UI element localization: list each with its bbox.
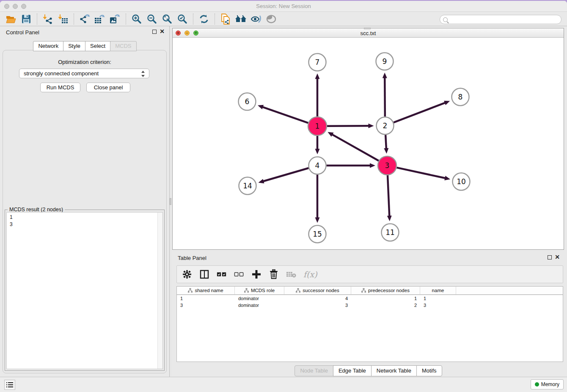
table-row[interactable]: 1 dominator 4 1 1 bbox=[177, 295, 563, 302]
cell-successor-nodes[interactable]: 4 bbox=[284, 296, 351, 301]
table-row[interactable]: 3 dominator 3 2 3 bbox=[177, 302, 563, 309]
run-mcds-button[interactable]: Run MCDS bbox=[40, 83, 80, 92]
show-graphics-details-icon[interactable] bbox=[264, 13, 278, 25]
zoom-fit-icon[interactable] bbox=[160, 13, 174, 25]
column-header-successor-nodes[interactable]: successor nodes bbox=[284, 287, 351, 294]
cell-mcds-role[interactable]: dominator bbox=[235, 296, 284, 301]
application-window: Session: New Session bbox=[0, 1, 567, 392]
cell-predecessor-nodes[interactable]: 1 bbox=[351, 296, 420, 301]
save-session-icon[interactable] bbox=[19, 13, 33, 25]
function-builder-icon[interactable]: f(x) bbox=[303, 269, 317, 279]
close-panel-button[interactable]: Close panel bbox=[86, 83, 130, 92]
close-panel-icon[interactable]: ✕ bbox=[555, 254, 560, 260]
horizontal-splitter-grip[interactable] bbox=[364, 28, 371, 29]
search-icon bbox=[443, 17, 448, 22]
graph-edge[interactable] bbox=[327, 126, 369, 126]
graph-node-label: 15 bbox=[313, 230, 322, 238]
splitter-grip[interactable] bbox=[170, 198, 171, 205]
edge-arrowhead bbox=[444, 101, 450, 105]
add-row-icon[interactable] bbox=[251, 269, 261, 279]
column-header-predecessor-nodes[interactable]: predecessor nodes bbox=[351, 287, 420, 294]
tab-network[interactable]: Network bbox=[33, 41, 63, 51]
graph-edge[interactable] bbox=[263, 168, 308, 182]
tab-motifs[interactable]: Motifs bbox=[416, 365, 442, 376]
edge-arrowhead bbox=[315, 74, 320, 79]
tab-edge-table[interactable]: Edge Table bbox=[333, 365, 372, 376]
network-canvas[interactable]: 7968124314101511 bbox=[173, 38, 564, 249]
zoom-in-icon[interactable] bbox=[130, 13, 143, 25]
cell-mcds-role[interactable]: dominator bbox=[235, 303, 284, 308]
column-header-name[interactable]: name bbox=[420, 287, 456, 294]
select-all-rows-icon[interactable] bbox=[217, 269, 227, 279]
export-table-icon[interactable] bbox=[93, 13, 107, 25]
cell-name[interactable]: 1 bbox=[420, 296, 456, 301]
edge-arrowhead bbox=[258, 179, 264, 184]
column-header-mcds-role[interactable]: MCDS role bbox=[235, 287, 284, 294]
result-line: 1 bbox=[10, 214, 162, 221]
table-panel-tabs: Node Table Edge Table Network Table Moti… bbox=[172, 365, 564, 376]
cell-shared-name[interactable]: 1 bbox=[177, 296, 235, 301]
memory-button[interactable]: Memory bbox=[531, 379, 564, 389]
toolbar-separator bbox=[215, 14, 215, 25]
result-scrollbar[interactable] bbox=[157, 213, 162, 369]
search-field[interactable] bbox=[440, 15, 561, 24]
tab-select[interactable]: Select bbox=[85, 41, 110, 51]
window-titlebar: Session: New Session bbox=[0, 1, 567, 12]
graph-edge[interactable] bbox=[262, 107, 308, 123]
delete-table-icon[interactable] bbox=[286, 269, 296, 279]
graph-edge[interactable] bbox=[394, 102, 446, 122]
graph-edge[interactable] bbox=[396, 168, 446, 178]
memory-label: Memory bbox=[541, 381, 559, 387]
dropdown-stepper-icon bbox=[141, 71, 146, 77]
float-panel-icon[interactable] bbox=[152, 30, 157, 34]
export-image-icon[interactable] bbox=[108, 13, 122, 25]
control-panel-tabs: Network Style Select MCDS bbox=[0, 41, 169, 51]
mcds-tab-content: Optimization criterion: strongly connect… bbox=[3, 50, 167, 373]
graph-node-label: 4 bbox=[315, 161, 320, 170]
mcds-result-textarea[interactable]: 1 3 bbox=[6, 212, 163, 369]
edge-arrowhead bbox=[387, 215, 392, 221]
graph-edge[interactable] bbox=[385, 77, 385, 116]
search-input[interactable] bbox=[449, 16, 561, 23]
column-selector-icon[interactable] bbox=[199, 269, 209, 279]
toolbar-separator bbox=[126, 14, 126, 25]
table-header-row: shared name MCDS role successor nodes pr… bbox=[177, 287, 563, 295]
cell-name[interactable]: 3 bbox=[420, 303, 456, 308]
result-line: 3 bbox=[10, 221, 162, 228]
graph-edge[interactable] bbox=[388, 175, 389, 217]
tab-network-table[interactable]: Network Table bbox=[371, 365, 417, 376]
graph-edge[interactable] bbox=[332, 134, 379, 161]
criterion-dropdown[interactable]: strongly connected component bbox=[19, 69, 149, 78]
tab-mcds[interactable]: MCDS bbox=[110, 41, 136, 51]
refresh-view-icon[interactable] bbox=[197, 13, 211, 25]
task-history-button[interactable] bbox=[4, 380, 15, 390]
graph-node-label: 10 bbox=[457, 177, 466, 186]
graph-edge[interactable] bbox=[385, 135, 386, 149]
export-network-icon[interactable] bbox=[78, 13, 91, 25]
home-layout-icon[interactable] bbox=[234, 13, 248, 25]
table-settings-icon[interactable] bbox=[182, 269, 192, 279]
close-panel-icon[interactable]: ✕ bbox=[160, 28, 165, 34]
tab-node-table[interactable]: Node Table bbox=[295, 365, 333, 376]
zoom-selected-icon[interactable] bbox=[176, 13, 189, 25]
delete-row-icon[interactable] bbox=[269, 269, 279, 279]
style-preview-icon[interactable] bbox=[249, 13, 263, 25]
deselect-all-rows-icon[interactable] bbox=[234, 269, 244, 279]
vertical-splitter[interactable] bbox=[169, 26, 171, 377]
network-graph[interactable]: 7968124314101511 bbox=[173, 38, 564, 249]
network-frame-titlebar: × − + scc.txt bbox=[173, 28, 564, 38]
float-panel-icon[interactable] bbox=[548, 255, 552, 259]
column-header-shared-name[interactable]: shared name bbox=[177, 287, 235, 294]
cell-successor-nodes[interactable]: 3 bbox=[284, 303, 351, 308]
cell-predecessor-nodes[interactable]: 2 bbox=[351, 303, 420, 308]
copy-view-icon[interactable] bbox=[219, 13, 232, 25]
cell-shared-name[interactable]: 3 bbox=[177, 303, 235, 308]
node-table[interactable]: shared name MCDS role successor nodes pr… bbox=[176, 286, 563, 362]
tab-style[interactable]: Style bbox=[63, 41, 85, 51]
graph-node-label: 14 bbox=[243, 182, 252, 190]
import-table-icon[interactable] bbox=[56, 13, 70, 25]
import-network-icon[interactable] bbox=[41, 13, 55, 25]
open-session-icon[interactable] bbox=[4, 13, 18, 25]
graph-node-label: 2 bbox=[383, 121, 388, 130]
zoom-out-icon[interactable] bbox=[145, 13, 159, 25]
